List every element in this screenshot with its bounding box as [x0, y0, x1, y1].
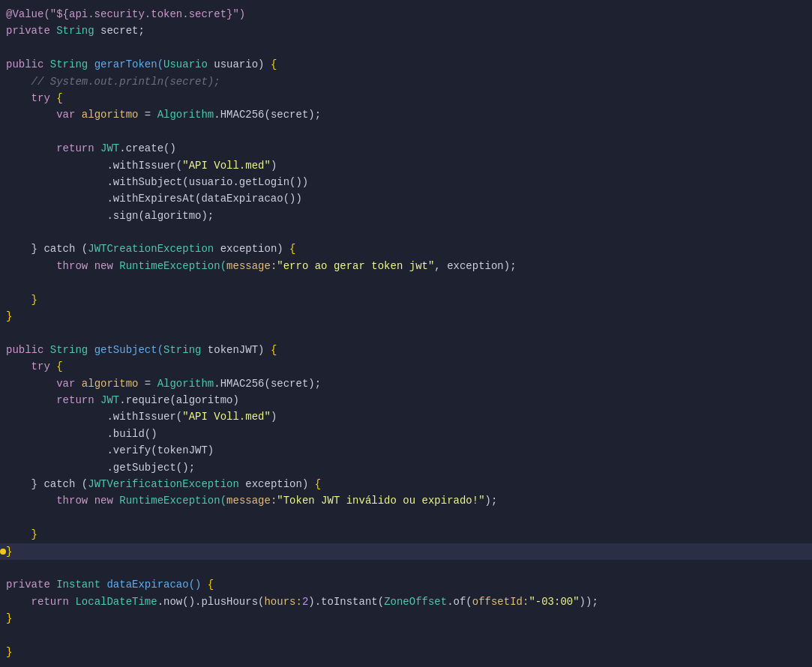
code-text: .verify(tokenJWT)	[6, 442, 214, 459]
token-plain: )	[271, 411, 277, 423]
token-type: String	[163, 344, 208, 356]
code-line: try {	[0, 90, 812, 106]
code-line: }	[0, 644, 812, 660]
token-plain: usuario)	[214, 58, 271, 70]
code-text: try {	[6, 90, 63, 106]
token-brace: }	[6, 310, 12, 322]
code-text	[6, 627, 12, 643]
code-text: // System.out.println(secret);	[6, 73, 220, 90]
token-plain	[6, 92, 31, 104]
code-line	[0, 40, 812, 56]
code-text	[6, 124, 12, 140]
token-plain	[6, 193, 106, 205]
token-kw: new	[94, 495, 120, 507]
code-text: .build()	[6, 426, 157, 442]
code-line: }	[0, 543, 812, 560]
code-line	[0, 325, 812, 341]
token-plain	[6, 478, 31, 490]
code-line	[0, 560, 812, 576]
code-line	[0, 224, 812, 241]
code-line: private String secret;	[0, 22, 812, 39]
token-type: RuntimeException(	[119, 260, 226, 272]
token-kw: var	[56, 109, 82, 121]
code-line	[0, 627, 812, 643]
token-kw: return	[56, 394, 100, 406]
code-line: return LocalDateTime.now().plusHours(hou…	[0, 594, 812, 610]
token-type: Instant	[56, 579, 106, 591]
token-plain: );	[485, 495, 498, 507]
code-text: throw new RuntimeException(message:"erro…	[6, 258, 517, 274]
token-plain: .withExpiresAt(dataExpiracao())	[106, 193, 301, 205]
code-text: var algoritmo = Algorithm.HMAC256(secret…	[6, 106, 321, 123]
token-type: ZoneOffset	[384, 596, 447, 608]
token-plain	[6, 160, 106, 172]
token-type: String	[50, 58, 94, 70]
token-param-name: hours:	[264, 596, 301, 608]
code-text: }	[6, 644, 12, 660]
token-plain	[6, 109, 56, 121]
token-brace: {	[208, 579, 214, 591]
code-line	[0, 274, 812, 291]
code-text: }	[6, 610, 12, 627]
code-text: private String secret;	[6, 22, 145, 39]
token-plain: exception)	[245, 478, 314, 490]
token-plain	[6, 394, 56, 406]
code-line: return JWT.require(algoritmo)	[0, 392, 812, 408]
token-plain: exception)	[220, 243, 289, 255]
code-text	[6, 40, 12, 56]
code-line: .getSubject();	[0, 459, 812, 476]
token-type: JWT	[100, 394, 119, 406]
code-line: }	[0, 610, 812, 627]
token-kw: private	[6, 25, 56, 37]
token-plain: .of(	[447, 596, 472, 608]
code-text: .sign(algoritmo);	[6, 208, 214, 224]
code-line: public String gerarToken(Usuario usuario…	[0, 56, 812, 73]
code-text: private Instant dataExpiracao() {	[6, 576, 214, 593]
token-type: String	[50, 344, 94, 356]
token-type: Usuario	[163, 58, 214, 70]
token-plain: .sign(algoritmo);	[106, 210, 214, 222]
code-line: }	[0, 526, 812, 543]
code-text	[6, 510, 12, 526]
line-indicator-icon	[0, 549, 6, 555]
token-type: Algorithm	[157, 109, 214, 121]
code-text: }	[6, 308, 12, 325]
token-string: "Token JWT inválido ou expirado!"	[277, 495, 484, 507]
token-kw: throw	[56, 260, 94, 272]
code-text: return LocalDateTime.now().plusHours(hou…	[6, 594, 598, 610]
token-type: LocalDateTime	[75, 596, 157, 608]
token-plain: .require(algoritmo)	[119, 394, 239, 406]
token-string: "erro ao gerar token jwt"	[277, 260, 434, 272]
token-type: JWTCreationException	[88, 243, 220, 255]
token-plain: .withSubject(usuario.getLogin())	[106, 176, 308, 188]
token-type: JWTVerificationException	[88, 478, 245, 490]
token-plain	[6, 142, 56, 154]
token-string: "API Voll.med"	[182, 411, 271, 423]
token-plain: .verify(tokenJWT)	[106, 444, 214, 456]
token-brace: }	[6, 546, 12, 558]
code-line: } catch (JWTVerificationException except…	[0, 476, 812, 492]
code-line: .withSubject(usuario.getLogin())	[0, 174, 812, 190]
code-line: .withIssuer("API Voll.med")	[0, 408, 812, 425]
token-plain	[6, 444, 106, 456]
code-line: try {	[0, 358, 812, 375]
code-line: private Instant dataExpiracao() {	[0, 576, 812, 593]
token-plain: .HMAC256(secret);	[214, 109, 321, 121]
token-plain: .build()	[106, 428, 157, 440]
code-text: public String getSubject(String tokenJWT…	[6, 342, 277, 358]
token-plain	[6, 462, 106, 474]
token-kw: private	[6, 579, 56, 591]
code-line: return JWT.create()	[0, 140, 812, 157]
code-text: .withIssuer("API Voll.med")	[6, 157, 277, 174]
token-plain: ));	[580, 596, 598, 608]
token-plain: } catch (	[31, 243, 88, 255]
token-kw: throw	[56, 495, 94, 507]
code-line: @Value("${api.security.token.secret}")	[0, 6, 812, 22]
code-line: throw new RuntimeException(message:"Toke…	[0, 492, 812, 509]
token-type: RuntimeException(	[119, 495, 226, 507]
code-editor: @Value("${api.security.token.secret}")pr…	[0, 0, 812, 666]
code-line: public String getSubject(String tokenJWT…	[0, 342, 812, 358]
token-plain: secret;	[100, 25, 145, 37]
token-brace: {	[289, 243, 295, 255]
code-text: @Value("${api.security.token.secret}")	[6, 6, 245, 22]
